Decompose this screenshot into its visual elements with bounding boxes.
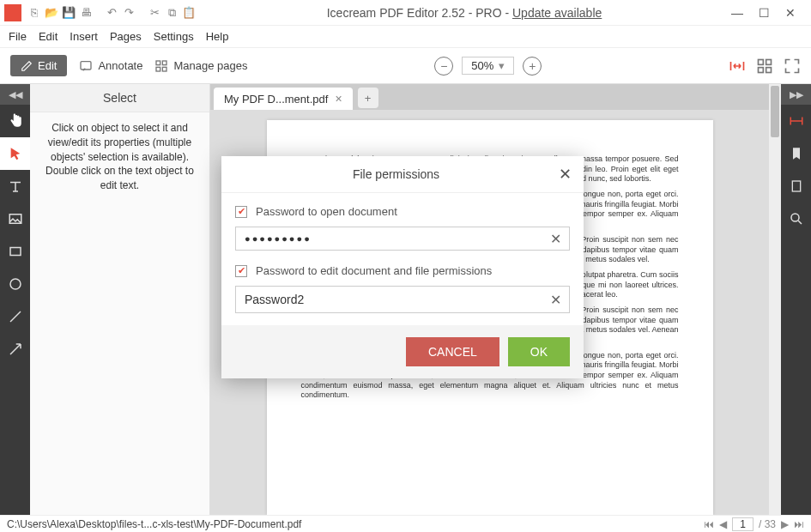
menu-file[interactable]: File xyxy=(9,30,27,43)
right-toolrail: ▶▶ xyxy=(781,84,811,515)
label-open-password: Password to open document xyxy=(256,205,397,218)
svg-rect-2 xyxy=(163,61,167,65)
page-nav: ⏮ ◀ 1 / 33 ▶ ⏭ xyxy=(704,517,804,531)
svg-rect-7 xyxy=(759,67,764,72)
annotate-button[interactable]: Annotate xyxy=(79,59,142,73)
svg-point-11 xyxy=(10,279,21,289)
open-icon[interactable]: 📂 xyxy=(43,4,60,21)
menu-settings[interactable]: Settings xyxy=(154,30,194,43)
hand-tool-icon[interactable] xyxy=(0,105,30,137)
svg-rect-6 xyxy=(766,59,772,64)
tab-close-icon[interactable]: × xyxy=(335,92,342,106)
select-panel-title: Select xyxy=(30,84,209,112)
svg-rect-4 xyxy=(163,67,167,71)
zoom-level[interactable]: 50% ▾ xyxy=(462,57,514,75)
image-tool-icon[interactable] xyxy=(0,203,30,235)
text-tool-icon[interactable] xyxy=(0,170,30,203)
clear-edit-password-icon[interactable]: ✕ xyxy=(550,292,561,308)
file-permissions-dialog: File permissions ✕ ✔ Password to open do… xyxy=(221,156,584,378)
svg-point-13 xyxy=(791,214,799,221)
grid-view-icon[interactable] xyxy=(756,57,773,75)
document-tab[interactable]: My PDF D...ment.pdf × xyxy=(214,88,353,110)
select-tool-icon[interactable] xyxy=(0,137,30,170)
dialog-close-icon[interactable]: ✕ xyxy=(559,165,572,184)
checkbox-open-password[interactable]: ✔ xyxy=(235,206,247,218)
layout-icon[interactable] xyxy=(781,105,811,137)
app-icon xyxy=(4,4,21,21)
menu-help[interactable]: Help xyxy=(206,30,229,43)
cut-icon[interactable]: ✂ xyxy=(146,4,163,21)
vertical-scrollbar[interactable] xyxy=(769,84,781,515)
rail-collapse-right[interactable]: ▶▶ xyxy=(781,84,811,105)
menu-edit[interactable]: Edit xyxy=(39,30,57,43)
page-number-input[interactable]: 1 xyxy=(732,517,754,531)
toolbar: Edit Annotate Manage pages − 50% ▾ + xyxy=(0,48,811,84)
statusbar: C:\Users\Alexa\Desktop\files-t...c-xls-t… xyxy=(0,515,811,532)
scroll-thumb[interactable] xyxy=(771,86,779,137)
select-panel-text: Click on object to select it and view/ed… xyxy=(30,112,209,202)
circle-tool-icon[interactable] xyxy=(0,268,30,300)
page-prev-icon[interactable]: ◀ xyxy=(719,518,727,530)
rail-collapse-left[interactable]: ◀◀ xyxy=(0,84,30,105)
search-icon[interactable] xyxy=(781,203,811,235)
undo-icon[interactable]: ↶ xyxy=(103,4,120,21)
svg-rect-10 xyxy=(10,248,21,256)
svg-rect-8 xyxy=(766,67,772,72)
fit-width-icon[interactable] xyxy=(729,57,746,75)
page-next-icon[interactable]: ▶ xyxy=(781,518,789,530)
print-icon[interactable]: 🖶 xyxy=(77,4,94,21)
svg-rect-12 xyxy=(792,181,800,191)
rect-tool-icon[interactable] xyxy=(0,235,30,268)
arrow-tool-icon[interactable] xyxy=(0,333,30,366)
bookmark-icon[interactable] xyxy=(781,137,811,170)
label-edit-password: Password to edit document and file permi… xyxy=(256,264,492,277)
menubar: File Edit Insert Pages Settings Help xyxy=(0,26,811,48)
menu-insert[interactable]: Insert xyxy=(70,30,98,43)
update-link[interactable]: Update available xyxy=(512,6,602,20)
tab-strip: My PDF D...ment.pdf × + xyxy=(210,84,769,110)
manage-pages-button[interactable]: Manage pages xyxy=(154,59,247,73)
page-last-icon[interactable]: ⏭ xyxy=(794,518,804,530)
select-panel: Select Click on object to select it and … xyxy=(30,84,210,515)
ok-button[interactable]: OK xyxy=(508,337,570,366)
close-button[interactable]: ✕ xyxy=(785,6,796,20)
tab-add-button[interactable]: + xyxy=(358,88,378,108)
password-edit-input[interactable] xyxy=(235,286,570,313)
paste-icon[interactable]: 📋 xyxy=(180,4,197,21)
page-total: / 33 xyxy=(759,518,776,530)
fullscreen-icon[interactable] xyxy=(784,57,801,75)
menu-pages[interactable]: Pages xyxy=(110,30,142,43)
zoom-in-button[interactable]: + xyxy=(523,57,542,76)
line-tool-icon[interactable] xyxy=(0,300,30,333)
redo-icon[interactable]: ↷ xyxy=(120,4,137,21)
save-icon[interactable]: 💾 xyxy=(60,4,77,21)
attachment-icon[interactable] xyxy=(781,170,811,203)
new-icon[interactable]: ⎘ xyxy=(26,4,43,21)
checkbox-edit-password[interactable]: ✔ xyxy=(235,265,247,277)
copy-icon[interactable]: ⧉ xyxy=(163,4,180,21)
edit-mode-button[interactable]: Edit xyxy=(10,55,67,76)
left-toolrail: ◀◀ xyxy=(0,84,30,515)
window-title: Icecream PDF Editor 2.52 - PRO - Update … xyxy=(197,6,731,20)
svg-rect-1 xyxy=(156,61,160,65)
svg-rect-3 xyxy=(156,67,160,71)
dialog-title: File permissions xyxy=(233,167,559,181)
file-path: C:\Users\Alexa\Desktop\files-t...c-xls-t… xyxy=(7,518,301,530)
cancel-button[interactable]: CANCEL xyxy=(406,337,499,366)
svg-rect-0 xyxy=(81,61,91,69)
zoom-out-button[interactable]: − xyxy=(434,57,453,76)
svg-rect-5 xyxy=(759,59,764,64)
minimize-button[interactable]: — xyxy=(731,6,743,20)
titlebar: ⎘ 📂 💾 🖶 ↶ ↷ ✂ ⧉ 📋 Icecream PDF Editor 2.… xyxy=(0,0,811,26)
zoom-controls: − 50% ▾ + xyxy=(434,57,542,76)
clear-open-password-icon[interactable]: ✕ xyxy=(550,231,561,247)
page-first-icon[interactable]: ⏮ xyxy=(704,518,714,530)
password-open-input[interactable] xyxy=(235,227,570,251)
maximize-button[interactable]: ☐ xyxy=(759,6,770,20)
